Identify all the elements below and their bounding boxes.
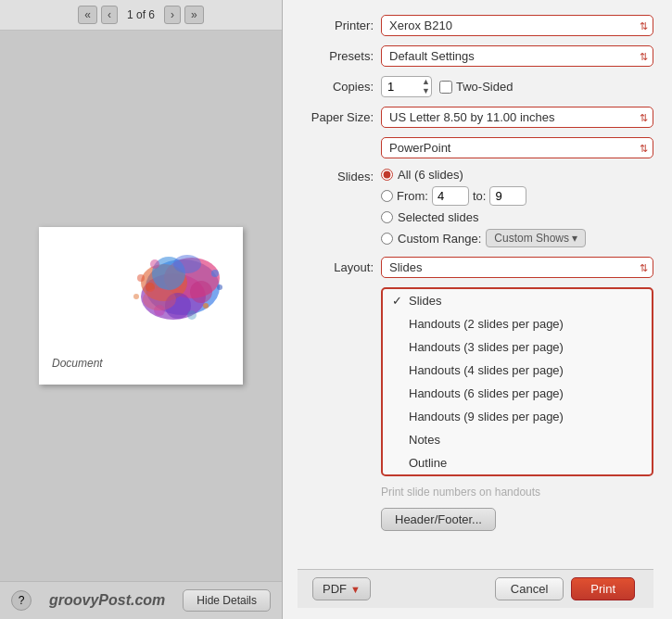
to-label: to: <box>473 189 486 203</box>
from-label: From: <box>397 189 428 203</box>
presets-row: Presets: Default Settings <box>298 45 653 67</box>
svg-point-10 <box>203 303 209 309</box>
slides-radio-group: All (6 slides) From: to: Selected slides… <box>381 168 586 247</box>
slides-all-radio[interactable] <box>381 169 393 181</box>
nav-next-button[interactable]: › <box>164 6 181 24</box>
groovy-text: groovyPost.com <box>49 592 165 609</box>
powerpoint-select-wrapper: PowerPoint <box>381 137 653 158</box>
printer-select-wrapper: Xerox B210 <box>381 15 653 36</box>
from-input[interactable] <box>432 186 469 206</box>
slides-custom-radio[interactable] <box>381 233 393 245</box>
svg-point-12 <box>217 284 222 290</box>
svg-point-15 <box>133 294 139 299</box>
copies-stepper: ▲▼ <box>381 76 432 97</box>
dropdown-item-handouts-2[interactable]: Handouts (2 slides per page) <box>383 312 652 335</box>
presets-label: Presets: <box>298 49 381 63</box>
two-sided-label: Two-Sided <box>439 80 513 94</box>
nav-last-button[interactable]: » <box>184 6 204 24</box>
page-indicator: 1 of 6 <box>121 8 160 21</box>
copies-row: Copies: ▲▼ Two-Sided <box>298 76 653 97</box>
printer-select[interactable]: Xerox B210 <box>381 15 653 36</box>
slides-custom-row: Custom Range: Custom Shows ▾ <box>381 229 586 247</box>
slides-section: Slides: All (6 slides) From: to: Selecte… <box>298 168 653 247</box>
cancel-button[interactable]: Cancel <box>495 577 564 600</box>
slides-selected-radio[interactable] <box>381 211 393 223</box>
paper-size-label: Paper Size: <box>298 110 381 124</box>
right-panel: Printer: Xerox B210 Presets: Default Set… <box>283 0 672 619</box>
preview-nav: « ‹ 1 of 6 › » <box>0 0 282 31</box>
presets-select-wrapper: Default Settings <box>381 45 653 67</box>
document-label: Document <box>52 357 103 370</box>
svg-point-5 <box>190 281 212 303</box>
slides-all-row: All (6 slides) <box>381 168 586 182</box>
printer-row: Printer: Xerox B210 <box>298 15 653 36</box>
custom-shows-label: Custom Shows <box>494 232 569 245</box>
slides-label: Slides: <box>298 168 381 247</box>
layout-row: Layout: Slides <box>298 257 653 278</box>
dropdown-item-handouts-9[interactable]: Handouts (9 slides per page) <box>383 405 652 428</box>
selected-slides-label: Selected slides <box>398 210 478 224</box>
layout-select[interactable]: Slides <box>381 257 653 278</box>
custom-shows-button[interactable]: Custom Shows ▾ <box>486 229 586 247</box>
hide-details-button[interactable]: Hide Details <box>183 589 271 612</box>
dropdown-item-slides[interactable]: Slides <box>383 289 652 312</box>
slides-from-row: From: to: <box>381 186 586 206</box>
presets-select[interactable]: Default Settings <box>381 45 653 67</box>
stepper-arrows[interactable]: ▲▼ <box>422 77 430 95</box>
svg-point-14 <box>187 310 197 320</box>
dropdown-item-handouts-4[interactable]: Handouts (4 slides per page) <box>383 359 652 382</box>
powerpoint-row: PowerPoint <box>298 137 653 158</box>
slides-from-radio[interactable] <box>381 190 393 202</box>
help-button[interactable]: ? <box>11 590 32 611</box>
left-panel: « ‹ 1 of 6 › » <box>0 0 283 619</box>
slides-all-label: All (6 slides) <box>398 168 463 182</box>
svg-point-11 <box>137 274 145 282</box>
preview-area: Document <box>0 31 282 581</box>
dropdown-item-handouts-6[interactable]: Handouts (6 slides per page) <box>383 382 652 405</box>
two-sided-checkbox[interactable] <box>439 81 452 94</box>
nav-prev-button[interactable]: ‹ <box>101 6 118 24</box>
action-bar: PDF ▼ Cancel Print <box>298 569 653 608</box>
svg-point-8 <box>211 270 219 277</box>
print-button[interactable]: Print <box>571 577 635 600</box>
copies-label: Copies: <box>298 80 381 94</box>
layout-dropdown-menu: Slides Handouts (2 slides per page) Hand… <box>381 287 653 476</box>
slides-selected-row: Selected slides <box>381 210 586 224</box>
svg-point-16 <box>173 255 201 273</box>
slide-numbers-hint: Print slide numbers on handouts <box>381 486 653 499</box>
to-input[interactable] <box>489 186 526 206</box>
action-buttons: Cancel Print <box>495 577 635 600</box>
nav-first-button[interactable]: « <box>78 6 97 24</box>
preview-page: Document <box>39 227 243 385</box>
dropdown-item-outline[interactable]: Outline <box>383 451 652 474</box>
svg-point-17 <box>143 288 176 310</box>
bottom-bar: ? groovyPost.com Hide Details <box>0 581 282 619</box>
layout-label: Layout: <box>298 260 381 274</box>
splash-graphic <box>113 236 234 347</box>
svg-point-13 <box>150 259 159 269</box>
dropdown-item-handouts-3[interactable]: Handouts (3 slides per page) <box>383 335 652 359</box>
custom-shows-chevron: ▾ <box>572 232 577 245</box>
paper-size-select-wrapper: US Letter 8.50 by 11.00 inches <box>381 107 653 128</box>
custom-range-label: Custom Range: <box>398 232 481 246</box>
paper-size-select[interactable]: US Letter 8.50 by 11.00 inches <box>381 107 653 128</box>
paper-size-row: Paper Size: US Letter 8.50 by 11.00 inch… <box>298 107 653 128</box>
printer-label: Printer: <box>298 19 381 32</box>
dropdown-item-notes[interactable]: Notes <box>383 428 652 451</box>
header-footer-button[interactable]: Header/Footer... <box>381 508 496 531</box>
pdf-button[interactable]: PDF ▼ <box>312 577 371 600</box>
copies-controls: ▲▼ Two-Sided <box>381 76 513 97</box>
pdf-arrow: ▼ <box>350 584 361 595</box>
two-sided-text: Two-Sided <box>456 80 513 94</box>
powerpoint-select[interactable]: PowerPoint <box>381 137 653 158</box>
pdf-label: PDF <box>323 582 347 596</box>
layout-select-wrapper: Slides <box>381 257 653 278</box>
